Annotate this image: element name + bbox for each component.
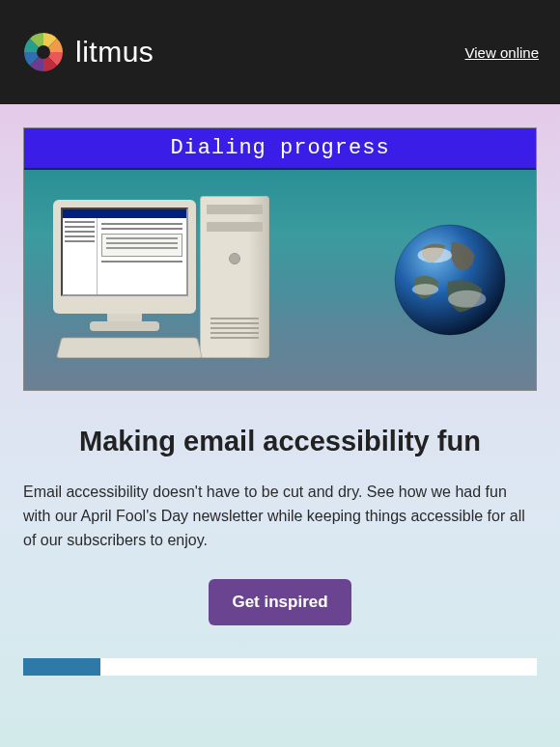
article-body: Email accessibility doesn't have to be c… <box>23 481 537 552</box>
header-bar: litmus View online <box>0 0 560 104</box>
article-headline: Making email accessibility fun <box>23 426 537 457</box>
content-area: Dialing progress <box>0 104 560 747</box>
next-section-peek <box>23 658 537 676</box>
brand-logo: litmus <box>21 30 154 74</box>
cta-container: Get inspired <box>23 579 537 625</box>
svg-point-1 <box>395 225 505 335</box>
hero-banner: Dialing progress <box>23 127 537 391</box>
retro-computer-icon <box>53 196 275 365</box>
svg-point-2 <box>418 248 452 263</box>
svg-point-0 <box>37 45 50 59</box>
hero-title: Dialing progress <box>24 128 536 170</box>
litmus-pinwheel-icon <box>21 30 66 74</box>
svg-point-3 <box>448 290 486 308</box>
view-online-link[interactable]: View online <box>465 44 539 61</box>
svg-point-4 <box>412 284 439 295</box>
hero-illustration <box>24 170 536 390</box>
earth-globe-icon <box>393 223 507 337</box>
get-inspired-button[interactable]: Get inspired <box>209 579 350 625</box>
brand-name: litmus <box>75 36 154 69</box>
